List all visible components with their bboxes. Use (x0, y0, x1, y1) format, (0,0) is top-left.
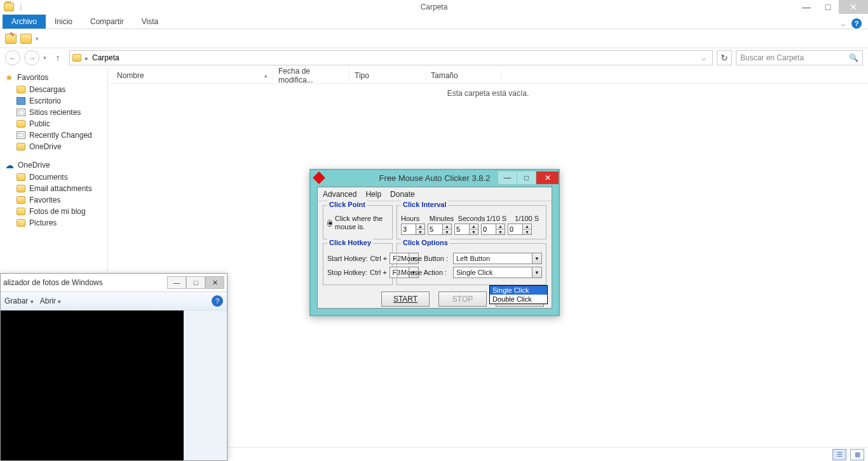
auto-clicker-window: Free Mouse Auto Clicker 3.8.2 — □ ✕ Adva… (309, 169, 560, 316)
col-size[interactable]: Tamaño (426, 71, 502, 80)
breadcrumb[interactable]: Carpeta (92, 53, 119, 62)
photo-viewer-titlebar[interactable]: alizador de fotos de Windows — □ ✕ (1, 274, 227, 291)
tenth-input[interactable] (481, 224, 496, 235)
sidebar-item-email-attachments[interactable]: Email attachments (0, 183, 107, 194)
window-title: Carpeta (421, 3, 448, 11)
new-item-icon[interactable] (5, 34, 17, 44)
ribbon-expand-icon[interactable]: ⌵ (841, 20, 845, 27)
search-placeholder: Buscar en Carpeta (740, 53, 804, 62)
hundredth-spinner[interactable]: ▲▼ (508, 224, 532, 235)
sidebar-item-recently-changed[interactable]: Recently Changed (0, 130, 107, 141)
clicker-menu: Advanced Help Donate (318, 187, 552, 201)
sidebar-item-public[interactable]: Public (0, 118, 107, 130)
photo-viewer-sidepanel (184, 311, 227, 460)
tab-share[interactable]: Compartir (81, 15, 133, 29)
mouse-action-dropdown[interactable]: Single Click Double Click (489, 285, 548, 304)
tenth-spinner[interactable]: ▲▼ (481, 224, 505, 235)
clicker-minimize-button[interactable]: — (498, 171, 517, 184)
address-bar[interactable]: ▸ Carpeta ⌵ (69, 50, 713, 65)
up-button[interactable]: ↑ (50, 50, 65, 65)
hours-spinner[interactable]: ▲▼ (401, 224, 425, 235)
sidebar-item-fotos-blog[interactable]: Fotos de mi blog (0, 206, 107, 217)
radio-click-where-mouse[interactable]: Click where the mouse is. (327, 215, 388, 231)
sidebar-item-documents[interactable]: Documents (0, 171, 107, 183)
sidebar-item-sitios-recientes[interactable]: Sitios recientes (0, 107, 107, 118)
quick-access-bar: ▾ (0, 29, 868, 48)
forward-button[interactable]: → (24, 50, 39, 65)
sidebar-onedrive-header[interactable]: ☁OneDrive (0, 159, 107, 171)
menu-advanced[interactable]: Advanced (323, 190, 356, 199)
stop-button[interactable]: STOP (438, 291, 487, 307)
hours-input[interactable] (401, 224, 416, 235)
mouse-action-combo[interactable]: Single Click▼ (453, 267, 542, 278)
mouse-action-label: Mouse Action : (401, 269, 451, 276)
sidebar-item-onedrive-fav[interactable]: OneDrive (0, 141, 107, 152)
col-name[interactable]: Nombre▴ (108, 71, 273, 80)
mouse-button-combo[interactable]: Left Button▼ (453, 253, 542, 264)
start-button[interactable]: START (381, 291, 430, 307)
photo-viewer-title: alizador de fotos de Windows (3, 278, 103, 287)
maximize-button[interactable]: □ (817, 0, 839, 14)
help-icon[interactable]: ? (851, 18, 862, 29)
folder-icon (17, 120, 25, 128)
group-click-point: Click Point Click where the mouse is. (323, 205, 393, 239)
tab-view[interactable]: Vista (133, 15, 167, 29)
group-click-interval: Click Interval Hours Minutes Seconds 1/1… (397, 205, 546, 239)
dropdown-option-double[interactable]: Double Click (490, 295, 547, 304)
stop-hotkey-label: Stop Hotkey: (327, 269, 367, 276)
sidebar-item-descargas[interactable]: Descargas (0, 84, 107, 95)
pv-maximize-button[interactable]: □ (186, 276, 205, 289)
folder-icon (17, 143, 25, 150)
quickbar-dropdown-icon[interactable]: ▾ (36, 36, 39, 42)
sidebar-item-pictures[interactable]: Pictures (0, 217, 107, 229)
search-input[interactable]: Buscar en Carpeta 🔍 (736, 50, 863, 65)
dropdown-option-single[interactable]: Single Click (490, 286, 547, 295)
col-modified[interactable]: Fecha de modifica... (273, 67, 349, 84)
minutes-spinner[interactable]: ▲▼ (428, 224, 452, 235)
ribbon-tabs: Archivo Inicio Compartir Vista ⌵ ? (0, 14, 868, 29)
minutes-input[interactable] (428, 224, 443, 235)
history-dropdown-icon[interactable]: ▾ (43, 55, 46, 61)
group-click-options: Click Options Mouse Button : Left Button… (397, 243, 546, 285)
desktop-icon (17, 97, 25, 105)
refresh-button[interactable]: ↻ (717, 50, 732, 65)
clicker-body: Advanced Help Donate Click Point Click w… (317, 187, 552, 309)
menu-donate[interactable]: Donate (390, 190, 415, 199)
sidebar-item-favorites[interactable]: Favorites (0, 194, 107, 206)
view-details-button[interactable]: ☰ (832, 449, 846, 460)
back-button[interactable]: ← (5, 50, 20, 65)
menu-help[interactable]: Help (365, 190, 381, 199)
pv-help-icon[interactable]: ? (212, 295, 223, 307)
hundredth-input[interactable] (508, 224, 523, 235)
col-type[interactable]: Tipo (349, 71, 426, 80)
sort-caret-icon: ▴ (264, 72, 268, 79)
tab-home[interactable]: Inicio (46, 15, 81, 29)
sidebar-favorites-header[interactable]: ★Favoritos (0, 71, 107, 84)
folder-icon[interactable] (20, 34, 32, 44)
recent-icon (17, 131, 25, 139)
clicker-titlebar[interactable]: Free Mouse Auto Clicker 3.8.2 — □ ✕ (311, 170, 559, 185)
view-thumbnails-button[interactable]: ▦ (850, 449, 864, 460)
sidebar-item-escritorio[interactable]: Escritorio (0, 95, 107, 107)
folder-icon (17, 185, 25, 192)
pv-close-button[interactable]: ✕ (205, 276, 224, 289)
folder-icon (4, 3, 14, 11)
pv-minimize-button[interactable]: — (167, 276, 186, 289)
seconds-spinner[interactable]: ▲▼ (454, 224, 478, 235)
start-hotkey-mod: Ctrl + (370, 255, 388, 262)
clicker-maximize-button[interactable]: □ (517, 171, 536, 184)
nav-bar: ← → ▾ ↑ ▸ Carpeta ⌵ ↻ Buscar en Carpeta … (0, 48, 868, 67)
star-icon: ★ (5, 72, 13, 83)
pv-grabar-menu[interactable]: Grabar ▾ (4, 297, 34, 305)
photo-viewer-toolbar: Grabar ▾ Abrir ▾ ? (1, 291, 227, 311)
pv-abrir-menu[interactable]: Abrir ▾ (40, 297, 62, 305)
clicker-close-button[interactable]: ✕ (536, 171, 559, 184)
clicker-title: Free Mouse Auto Clicker 3.8.2 (379, 173, 491, 183)
recent-icon (17, 109, 25, 116)
seconds-input[interactable] (454, 224, 470, 235)
chevron-down-icon[interactable]: ⌵ (702, 54, 706, 62)
close-button[interactable]: ✕ (839, 0, 868, 14)
tab-file[interactable]: Archivo (3, 15, 46, 29)
minimize-button[interactable]: — (796, 0, 817, 14)
cloud-icon: ☁ (5, 160, 14, 170)
